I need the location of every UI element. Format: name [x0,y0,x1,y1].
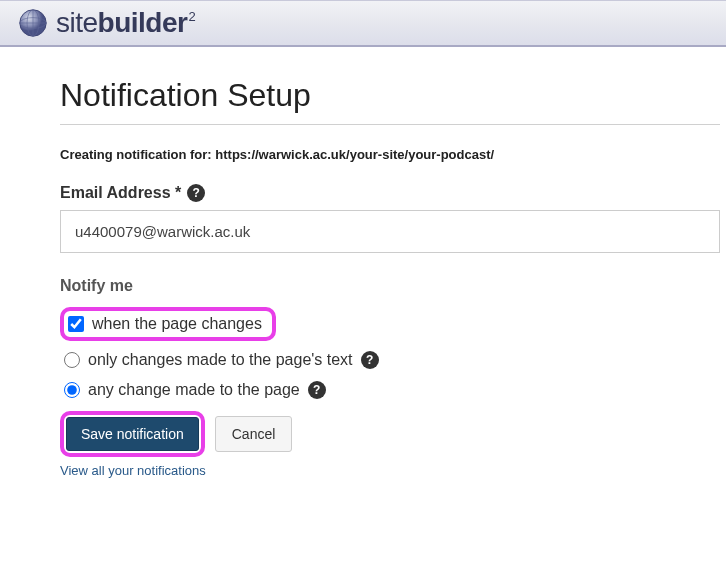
page-changes-checkbox[interactable] [68,316,84,332]
email-label-row: Email Address * ? [60,184,726,202]
app-logo-text: sitebuilder2 [56,7,196,39]
divider [60,124,720,125]
page-changes-row[interactable]: when the page changes [68,315,262,333]
radio-any-change-row[interactable]: any change made to the page ? [60,381,726,399]
radio-text-only-label: only changes made to the page's text [88,351,353,369]
page-changes-label: when the page changes [92,315,262,333]
help-icon[interactable]: ? [187,184,205,202]
creating-prefix: Creating notification for: [60,147,215,162]
help-icon[interactable]: ? [361,351,379,369]
logo-builder: builder [98,7,188,39]
radio-any-change-label: any change made to the page [88,381,300,399]
highlight-save: Save notification [60,411,205,457]
radio-any-change[interactable] [64,382,80,398]
save-button[interactable]: Save notification [66,417,199,451]
radio-text-only-row[interactable]: only changes made to the page's text ? [60,351,726,369]
logo-site: site [56,7,98,39]
help-icon[interactable]: ? [308,381,326,399]
highlight-checkbox: when the page changes [60,307,276,341]
page-title: Notification Setup [60,77,726,114]
creating-for-text: Creating notification for: https://warwi… [60,147,726,162]
cancel-button[interactable]: Cancel [215,416,293,452]
email-field[interactable] [60,210,720,253]
logo-superscript: 2 [188,9,195,24]
creating-url: https://warwick.ac.uk/your-site/your-pod… [215,147,494,162]
radio-text-only[interactable] [64,352,80,368]
view-all-notifications-link[interactable]: View all your notifications [60,463,726,478]
email-label: Email Address * [60,184,181,202]
main-content: Notification Setup Creating notification… [0,47,726,478]
button-row: Save notification Cancel [60,411,726,457]
notify-me-label: Notify me [60,277,726,295]
globe-icon [18,8,48,38]
app-header: sitebuilder2 [0,0,726,47]
